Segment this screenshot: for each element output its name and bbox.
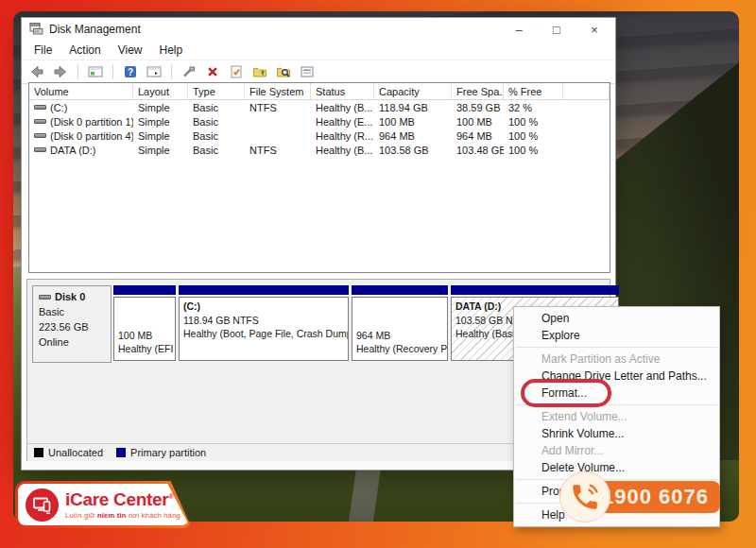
col-layout[interactable]: Layout bbox=[133, 83, 188, 99]
menu-separator bbox=[516, 479, 717, 480]
details-icon[interactable] bbox=[298, 62, 317, 81]
disk-size: 223.56 GB bbox=[39, 320, 105, 335]
partition-color-bar bbox=[179, 285, 349, 295]
menu-item-shrink-volume[interactable]: Shrink Volume... bbox=[514, 425, 719, 442]
partition-color-bar bbox=[352, 285, 448, 295]
volume-icon bbox=[34, 133, 46, 138]
check-document-icon[interactable] bbox=[227, 62, 246, 81]
menu-item-mark-partition-active: Mark Partition as Active bbox=[514, 351, 719, 368]
volume-icon bbox=[34, 147, 46, 152]
legend-label: Primary partition bbox=[130, 447, 206, 458]
minimize-button[interactable]: – bbox=[500, 18, 538, 41]
toolbar-separator bbox=[112, 64, 113, 79]
app-icon bbox=[29, 22, 43, 38]
disk-type: Basic bbox=[39, 305, 105, 320]
folder-search-icon[interactable] bbox=[274, 62, 293, 81]
registered-mark: ® bbox=[168, 492, 173, 499]
forward-icon[interactable] bbox=[51, 62, 70, 81]
hotline-badge: 1900 6076 bbox=[593, 481, 720, 513]
disk-status: Online bbox=[39, 335, 105, 351]
icare-logo-icon bbox=[26, 488, 59, 522]
toolbar-separator bbox=[77, 64, 78, 79]
window-title: Disk Management bbox=[49, 23, 141, 36]
table-row[interactable]: DATA (D:) Simple Basic NTFS Healthy (B..… bbox=[29, 143, 610, 157]
icare-logo-title: iCare Center® bbox=[65, 490, 180, 508]
disk-icon bbox=[39, 295, 51, 300]
table-row[interactable]: (C:) Simple Basic NTFS Healthy (B... 118… bbox=[29, 100, 610, 114]
menu-item-extend-volume: Extend Volume... bbox=[514, 408, 719, 425]
legend-label: Unallocated bbox=[48, 447, 103, 458]
folder-up-icon[interactable] bbox=[250, 62, 269, 81]
partition-color-bar bbox=[113, 285, 176, 295]
col-file-system[interactable]: File System bbox=[245, 83, 311, 99]
partition-color-bar bbox=[451, 285, 619, 295]
menu-item-open[interactable]: Open bbox=[514, 310, 719, 327]
tool-icon[interactable] bbox=[180, 62, 198, 81]
volume-icon bbox=[34, 119, 46, 124]
menu-item-delete-volume[interactable]: Delete Volume... bbox=[514, 459, 719, 476]
menu-view[interactable]: View bbox=[110, 42, 151, 59]
primary-partition-swatch bbox=[116, 448, 126, 457]
menu-action[interactable]: Action bbox=[60, 42, 109, 59]
svg-text:?: ? bbox=[128, 67, 133, 77]
partition-efi[interactable]: 100 MB Healthy (EFI S bbox=[113, 285, 176, 363]
col-type[interactable]: Type bbox=[188, 83, 245, 99]
title-bar[interactable]: Disk Management – □ × bbox=[22, 18, 615, 41]
col-volume[interactable]: Volume bbox=[29, 83, 133, 99]
disk-0-label[interactable]: Disk 0 Basic 223.56 GB Online bbox=[32, 285, 112, 363]
hotline-number: 1900 6076 bbox=[602, 485, 709, 509]
icare-logo-plate: iCare Center® Luôn giữ niềm tin nơi khác… bbox=[15, 481, 192, 528]
volume-list: Volume Layout Type File System Status Ca… bbox=[28, 82, 610, 273]
menu-bar: File Action View Help bbox=[22, 41, 615, 60]
phone-icon bbox=[559, 471, 610, 522]
partition-recovery[interactable]: 964 MB Healthy (Recovery Pa bbox=[352, 285, 448, 363]
table-row[interactable]: (Disk 0 partition 1) Simple Basic Health… bbox=[29, 114, 610, 128]
table-row[interactable]: (Disk 0 partition 4) Simple Basic Health… bbox=[29, 128, 610, 143]
toolbar: ? bbox=[22, 60, 615, 84]
toolbar-separator bbox=[171, 64, 172, 79]
volume-list-header: Volume Layout Type File System Status Ca… bbox=[29, 83, 610, 100]
unallocated-swatch bbox=[34, 448, 43, 457]
col-capacity[interactable]: Capacity bbox=[374, 83, 452, 99]
menu-separator bbox=[516, 347, 717, 348]
close-button[interactable]: × bbox=[576, 18, 613, 41]
menu-item-explore[interactable]: Explore bbox=[514, 327, 719, 344]
console-tree-icon[interactable] bbox=[86, 62, 105, 81]
col-status[interactable]: Status bbox=[311, 83, 374, 99]
help-icon[interactable]: ? bbox=[121, 62, 140, 81]
icare-logo-tagline: Luôn giữ niềm tin nơi khách hàng bbox=[65, 511, 180, 520]
volume-icon bbox=[34, 105, 46, 110]
partition-c[interactable]: (C:) 118.94 GB NTFS Healthy (Boot, Page … bbox=[179, 285, 349, 363]
back-icon[interactable] bbox=[27, 62, 46, 81]
col-pct-free[interactable]: % Free bbox=[504, 83, 563, 99]
menu-help[interactable]: Help bbox=[151, 42, 192, 59]
delete-volume-icon[interactable] bbox=[203, 62, 222, 81]
maximize-button[interactable]: □ bbox=[538, 18, 576, 41]
menu-item-add-mirror: Add Mirror... bbox=[514, 442, 719, 459]
format-highlight-ring bbox=[521, 379, 611, 407]
action-pane-icon[interactable] bbox=[145, 62, 163, 81]
col-free-space[interactable]: Free Spa... bbox=[452, 83, 504, 99]
menu-file[interactable]: File bbox=[26, 42, 60, 59]
